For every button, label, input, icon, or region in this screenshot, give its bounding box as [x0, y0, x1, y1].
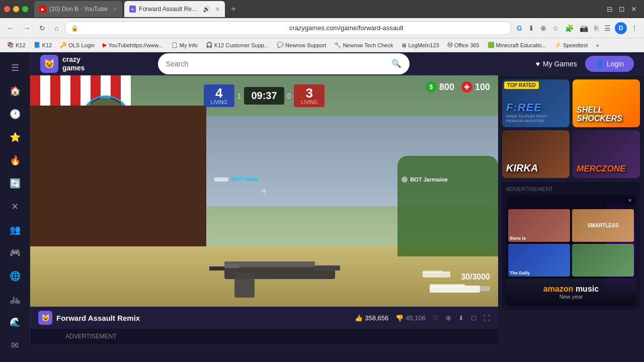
address-bar[interactable]: 🔒 crazygames.com/game/forward-assault — [64, 21, 512, 35]
sidebar-wave-icon[interactable]: 🌊 — [5, 313, 25, 332]
dislike-button[interactable]: 👎 45,106 — [395, 314, 426, 322]
like-button[interactable]: 👍 358,656 — [355, 314, 388, 322]
hud-money-value: 800 — [439, 82, 454, 93]
bookmark-label-yt: YouTubehttps://www... — [108, 42, 163, 48]
sidebar-trending-icon[interactable]: 🔥 — [5, 151, 25, 170]
win-close-dot[interactable] — [4, 6, 10, 12]
user-icon: 👤 — [595, 60, 604, 68]
sidebar-refresh-icon[interactable]: 🔄 — [5, 174, 25, 193]
profile-button[interactable]: D — [615, 22, 627, 34]
google-icon[interactable]: G — [515, 22, 524, 34]
bot2-name: BOT Jarmaine — [410, 176, 448, 183]
bookmark-k12-2[interactable]: 📘 K12 — [31, 41, 55, 49]
search-input[interactable] — [166, 60, 391, 68]
hud-health-value: 100 — [475, 82, 490, 93]
sidebar-favorites-icon[interactable]: ⭐ — [5, 128, 25, 147]
game-thumb-merczone[interactable]: MERCZONE — [573, 130, 640, 178]
tab-youtube[interactable]: ▶ (10) Don B - YouTube ✕ — [34, 1, 122, 17]
site-logo[interactable]: 😺 crazy games — [40, 55, 85, 73]
bookmark-icon-k12-1: 📚 — [7, 42, 14, 48]
right-sidebar: TOP RATED F:REE FREE-TO-PLAY FIRST PERSO… — [498, 75, 644, 344]
crazygames-app: ☰ 🏠 🕐 ⭐ 🔥 🔄 ✕ 👥 🎮 🌐 🚲 🌊 ✉ 😺 crazy games — [0, 52, 644, 344]
thumbs-up-icon: 👍 — [355, 314, 363, 322]
hud-team2-label: LIVING — [301, 100, 317, 105]
win-max-dot[interactable] — [22, 6, 28, 12]
sidebar-globe-icon[interactable]: 🌐 — [5, 266, 25, 286]
fullscreen-button[interactable]: ⛶ — [484, 314, 490, 322]
game-title: Forward Assault Remix — [56, 314, 140, 322]
game-thumb-shell[interactable]: SHELL SHOCKERS — [573, 79, 640, 127]
search-submit-button[interactable]: 🔍 — [391, 59, 401, 68]
bookmark-office365[interactable]: Ⓜ Office 365 — [444, 40, 482, 50]
bookmark-k12support[interactable]: 🎧 K12 Customer Supp... — [203, 41, 272, 49]
sidebar-mail-icon[interactable]: ✉ — [5, 336, 25, 355]
maximize-button[interactable]: ⊡ — [616, 4, 628, 14]
game-free-title: F:REE — [506, 101, 566, 114]
bookmark-newrow-tech[interactable]: 🔧 Newrow Tech Check — [331, 41, 396, 49]
game-free-subtitle: FREE-TO-PLAY FIRST PERSON SHOOTER — [506, 114, 566, 123]
game-viewport[interactable]: + — [30, 75, 498, 307]
star-icon[interactable]: ☆ — [550, 22, 561, 34]
bookmark-more[interactable]: » — [593, 41, 602, 49]
share-button[interactable]: ⬡ — [471, 314, 476, 322]
extensions-icon[interactable]: ⊕ — [538, 22, 548, 34]
sidebar-menu-icon[interactable]: ☰ — [5, 58, 25, 77]
back-button[interactable]: ← — [4, 22, 17, 34]
add-button[interactable]: ⊕ — [446, 314, 451, 322]
new-tab-button[interactable]: + — [227, 2, 240, 17]
hud-money-display: $ 800 — [426, 81, 454, 93]
sidebar-bike-icon[interactable]: 🚲 — [5, 290, 25, 309]
bookmark-icon[interactable]: ☰ — [602, 22, 613, 34]
my-games-button[interactable]: ♥ My Games — [536, 60, 577, 68]
bookmark-label-newrow: Newrow Support — [285, 42, 326, 48]
bookmark-icon-k12-2: 📘 — [34, 42, 41, 48]
bookmark-label-k12-1: K12 — [16, 42, 26, 48]
download-icon-action: ⬇ — [458, 314, 464, 322]
sidebar-multiplayer-icon[interactable]: 👥 — [5, 220, 25, 239]
screenshot-icon[interactable]: 📸 — [578, 22, 590, 34]
bookmark-k12-1[interactable]: 📚 K12 — [4, 41, 29, 49]
main-content: 😺 crazy games 🔍 ♥ My Games 👤 Login — [30, 52, 644, 344]
bookmark-minecraft[interactable]: 🟩 Minecraft Educatio... — [485, 41, 549, 49]
login-button[interactable]: 👤 Login — [585, 56, 634, 72]
menu-button[interactable]: ⋮ — [629, 22, 640, 34]
bookmark-yt[interactable]: ▶ YouTubehttps://www... — [100, 41, 166, 49]
sidebar-home-icon[interactable]: 🏠 — [5, 81, 25, 101]
lock-icon: 🔒 — [71, 25, 287, 32]
svg-point-10 — [401, 176, 408, 183]
download-icon[interactable]: ⬇ — [526, 22, 536, 34]
bookmark-ols[interactable]: 🔑 OLS Login — [57, 41, 98, 49]
bookmark-myinfo[interactable]: 📋 My Info — [168, 41, 201, 49]
sidebar-controller-icon[interactable]: 🎮 — [5, 243, 25, 262]
hud-timer: 09:37 — [244, 87, 284, 105]
favorite-button[interactable]: ♡ — [433, 314, 439, 322]
nav-icons: G ⬇ ⊕ ☆ 🧩 📸 ⎘ ☰ D ⋮ — [515, 22, 640, 34]
minimize-button[interactable]: ⊟ — [604, 4, 616, 14]
game-thumb-kirka[interactable]: KIRKA — [502, 130, 570, 178]
logo-icon: 😺 — [40, 55, 58, 73]
close-button[interactable]: ✕ — [628, 4, 640, 14]
amazon-brand: amazon — [543, 285, 574, 293]
home-button[interactable]: ⌂ — [51, 22, 61, 34]
tab-crazygames[interactable]: ● Forward Assault Remix 🔊 ✕ — [124, 1, 225, 17]
bookmark-logmein[interactable]: 🖥 LogMeIn123 — [398, 41, 442, 49]
forward-button[interactable]: → — [20, 22, 33, 34]
tab-favicon-yt: ▶ — [39, 6, 46, 13]
tab-close-cg[interactable]: ✕ — [215, 6, 220, 13]
heart-icon: ♥ — [536, 60, 540, 68]
tab-close-yt[interactable]: ✕ — [113, 6, 117, 13]
sidebar-close-icon[interactable]: ✕ — [5, 197, 25, 216]
puzzle-icon[interactable]: 🧩 — [563, 22, 576, 34]
bookmark-newrow[interactable]: 💬 Newrow Support — [274, 41, 329, 49]
win-min-dot[interactable] — [13, 6, 19, 12]
bookmark-label-myinfo: My Info — [180, 42, 198, 48]
split-icon[interactable]: ⎘ — [592, 22, 600, 34]
reload-button[interactable]: ↻ — [36, 22, 48, 34]
search-bar[interactable]: 🔍 — [158, 53, 410, 74]
ad-image-2-label: SMARTLESS — [572, 209, 634, 242]
bookmark-speedtest[interactable]: ⚡ Speedtest — [551, 41, 591, 49]
sidebar-recent-icon[interactable]: 🕐 — [5, 105, 25, 124]
download-button[interactable]: ⬇ — [458, 314, 464, 322]
game-hud-overlay: 4 LIVING 1 09:37 0 3 LIVING — [30, 75, 498, 307]
share-icon: ⬡ — [471, 314, 476, 322]
